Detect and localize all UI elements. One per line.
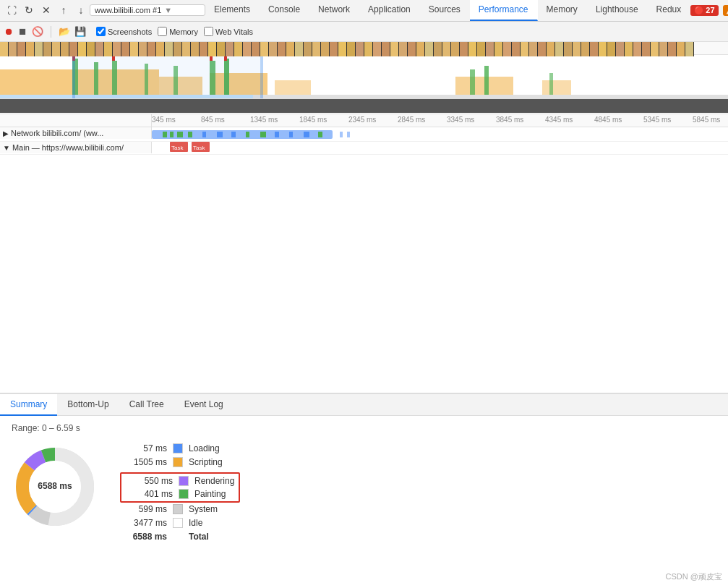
svg-rect-44: [177, 132, 183, 137]
scripting-color: [173, 457, 183, 467]
screenshots-checkbox-label[interactable]: Screenshots: [96, 27, 152, 36]
bottom-tabs: Summary Bottom-Up Call Tree Event Log: [0, 394, 728, 416]
donut-label: 6588 ms: [38, 481, 72, 493]
main-track-header[interactable]: Task Task: [152, 142, 728, 154]
timeline-overview[interactable]: 345 ms 845 ms 1345 ms 1845 ms 2345 ms 28…: [0, 42, 728, 114]
svg-text:Task: Task: [193, 145, 205, 151]
svg-rect-15: [470, 69, 475, 98]
svg-rect-16: [484, 66, 489, 98]
warning-badge: △ 15: [723, 5, 728, 16]
svg-rect-26: [72, 55, 260, 98]
donut-chart: 6588 ms: [12, 443, 98, 530]
total-label: Total: [189, 532, 209, 542]
total-ms: 6588 ms: [120, 532, 167, 542]
svg-text:845 ms: 845 ms: [201, 116, 225, 124]
svg-text:5845 ms: 5845 ms: [693, 116, 720, 124]
idle-ms: 3477 ms: [120, 518, 167, 528]
stop-record-icon[interactable]: ⏹: [18, 26, 27, 37]
download-icon[interactable]: ↓: [72, 1, 90, 19]
system-label: System: [189, 504, 218, 514]
tab-summary[interactable]: Summary: [0, 394, 57, 416]
legend-idle: 3477 ms Idle: [120, 518, 240, 528]
cursor-icon[interactable]: ⛶: [3, 1, 20, 19]
svg-rect-45: [188, 132, 192, 137]
screenshots-bar[interactable]: [0, 98, 728, 113]
painting-color: [179, 489, 189, 499]
tab-console[interactable]: Console: [260, 0, 309, 21]
legend-table: 57 ms Loading 1505 ms Scripting 550 ms: [120, 443, 240, 545]
legend-painting: 401 ms Painting: [126, 489, 234, 499]
legend-total: 6588 ms Total: [120, 532, 240, 542]
svg-text:1845 ms: 1845 ms: [299, 116, 327, 124]
loading-ms: 57 ms: [120, 443, 167, 453]
legend-system: 599 ms System: [120, 504, 240, 514]
tab-sources[interactable]: Sources: [420, 0, 470, 21]
memory-checkbox-label[interactable]: Memory: [158, 27, 198, 36]
svg-rect-48: [231, 132, 236, 137]
range-text: Range: 0 – 6.59 s: [12, 423, 716, 433]
tab-redux[interactable]: Redux: [648, 0, 691, 21]
screenshots-checkbox[interactable]: [96, 27, 106, 36]
webvitals-checkbox-label[interactable]: Web Vitals: [204, 27, 253, 36]
svg-text:3345 ms: 3345 ms: [447, 116, 474, 124]
scripting-label: Scripting: [189, 457, 223, 467]
track-network: ▶ Network bilibili.com/ (ww...: [0, 127, 728, 142]
svg-text:4845 ms: 4845 ms: [594, 116, 622, 124]
idle-color: [173, 518, 183, 528]
svg-rect-46: [202, 132, 206, 137]
svg-rect-43: [170, 132, 174, 137]
badge-group: 🔴 27 △ 15 💬 2 ⚙: [690, 1, 728, 19]
svg-rect-51: [275, 132, 279, 137]
tab-application[interactable]: Application: [359, 0, 420, 21]
url-bar: www.bilibili.com #1 ▼: [90, 4, 205, 16]
svg-text:3845 ms: 3845 ms: [496, 116, 523, 124]
stop-icon[interactable]: ✕: [38, 1, 55, 19]
rendering-ms: 550 ms: [126, 476, 173, 486]
save-profile-icon[interactable]: 💾: [74, 26, 86, 37]
url-text: www.bilibili.com #1: [95, 6, 161, 14]
painting-ms: 401 ms: [126, 489, 173, 499]
idle-label: Idle: [189, 518, 202, 528]
svg-text:2345 ms: 2345 ms: [348, 116, 376, 124]
svg-rect-17: [549, 73, 553, 98]
webvitals-checkbox[interactable]: [204, 27, 213, 36]
record-icon[interactable]: ⏺: [4, 26, 14, 37]
bottom-content: Range: 0 – 6.59 s: [0, 416, 728, 588]
devtools-tab-bar: ⛶ ↻ ✕ ↑ ↓ www.bilibili.com #1 ▼ Elements…: [0, 0, 728, 22]
svg-rect-56: [347, 132, 350, 137]
load-profile-icon[interactable]: 📂: [59, 26, 70, 37]
memory-checkbox[interactable]: [158, 27, 167, 36]
svg-text:5345 ms: 5345 ms: [643, 116, 671, 124]
tab-memory[interactable]: Memory: [538, 0, 587, 21]
legend-loading: 57 ms Loading: [120, 443, 240, 453]
perf-toolbar: ⏺ ⏹ 🚫 📂 💾 Screenshots Memory Web Vitals: [0, 22, 728, 42]
error-badge: 🔴 27: [690, 5, 718, 16]
upload-icon[interactable]: ↑: [55, 1, 72, 19]
timeline-main[interactable]: 345 ms 845 ms 1345 ms 1845 ms 2345 ms 28…: [0, 114, 728, 393]
tab-performance[interactable]: Performance: [470, 0, 538, 21]
network-track-body[interactable]: [152, 127, 728, 141]
svg-text:4345 ms: 4345 ms: [545, 116, 573, 124]
svg-rect-54: [318, 132, 322, 137]
tab-elements[interactable]: Elements: [205, 0, 260, 21]
tab-lighthouse[interactable]: Lighthouse: [587, 0, 648, 21]
watermark: CSDN @顽皮宝: [666, 571, 722, 582]
tab-network[interactable]: Network: [309, 0, 359, 21]
system-color: [173, 504, 183, 514]
svg-rect-50: [260, 132, 266, 137]
overview-charts[interactable]: [0, 55, 728, 98]
main-track-label: ▼ Main — https://www.bilibili.com/: [0, 142, 152, 153]
clear-icon[interactable]: 🚫: [32, 26, 43, 37]
tab-event-log[interactable]: Event Log: [174, 394, 234, 416]
svg-rect-47: [217, 132, 223, 137]
svg-rect-49: [246, 132, 249, 137]
toolbar-checkboxes: Screenshots Memory Web Vitals: [96, 27, 253, 36]
tab-call-tree[interactable]: Call Tree: [119, 394, 174, 416]
tab-bottom-up[interactable]: Bottom-Up: [57, 394, 119, 416]
svg-rect-27: [0, 99, 728, 114]
svg-text:1345 ms: 1345 ms: [250, 116, 278, 124]
timeline-content[interactable]: ▶ Network bilibili.com/ (ww...: [0, 127, 728, 393]
refresh-icon[interactable]: ↻: [20, 1, 38, 19]
painting-label: Painting: [194, 489, 226, 499]
svg-text:345 ms: 345 ms: [152, 116, 176, 124]
